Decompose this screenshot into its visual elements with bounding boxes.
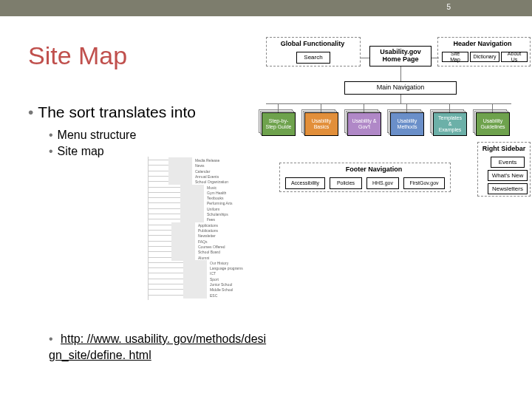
page-number: 5	[446, 3, 451, 11]
bullet-link: • http: //www. usability. gov/methods/de…	[49, 331, 270, 363]
global-group-outline	[266, 37, 361, 66]
main-nav-box: Main Navigation	[344, 81, 457, 95]
bullet-level1: •The sort translates into	[28, 103, 196, 121]
site-structure-diagram: Global Functionality Search Usability.go…	[256, 35, 526, 220]
slide-title: Site Map	[28, 41, 127, 70]
main-item-6: Usability Guidelines	[476, 112, 510, 136]
header-group-outline	[437, 37, 531, 66]
slide-topbar	[0, 0, 532, 16]
main-item-2: Usability Basics	[304, 112, 338, 136]
bullet-dot-icon: •	[49, 145, 53, 157]
bullet-dot-icon: •	[28, 103, 33, 120]
main-item-4: Usability Methods	[390, 112, 424, 136]
main-item-5: Templates & Examples	[433, 112, 467, 136]
bullet-level2-2: •Site map	[49, 145, 104, 158]
main-item-1: Step-by-Step Guide	[262, 112, 296, 136]
tree-item: ESC	[183, 292, 217, 299]
hierarchy-tree-figure: Media ReleaseNewsCalendarAnnual EventsSc…	[139, 155, 257, 303]
bullet-dot-icon: •	[49, 129, 53, 141]
footer-group-outline	[279, 163, 451, 192]
reference-link[interactable]: http: //www. usability. gov/methods/desi…	[49, 332, 266, 361]
bullet-level2-1: •Menu structure	[49, 129, 136, 142]
bullet-dot-icon: •	[49, 332, 53, 345]
home-page-box: Usability.gov Home Page	[369, 46, 432, 66]
sidebar-group-outline	[477, 142, 531, 197]
main-item-3: Usability & Gov't	[347, 112, 381, 136]
